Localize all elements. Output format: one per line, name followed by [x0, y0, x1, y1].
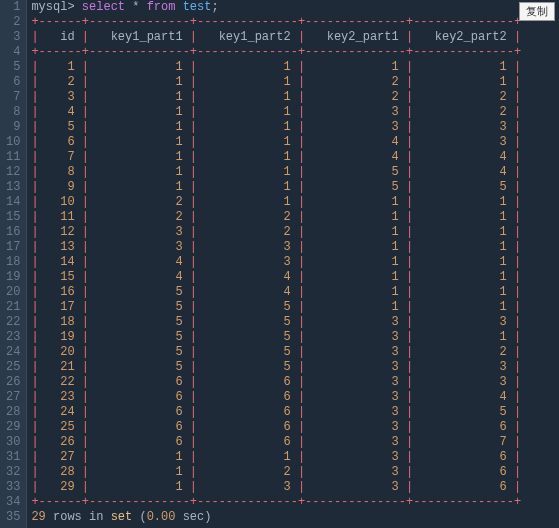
- line-number: 33: [4, 480, 22, 495]
- table-row: | 27 | 1 | 1 | 3 | 6 |: [31, 450, 555, 465]
- table-row: | 28 | 1 | 2 | 3 | 6 |: [31, 465, 555, 480]
- table-row: | 5 | 1 | 1 | 3 | 3 |: [31, 120, 555, 135]
- copy-button[interactable]: 复制: [519, 2, 555, 21]
- sql-query-line: mysql> select * from test;: [31, 0, 555, 15]
- line-number: 8: [4, 105, 22, 120]
- line-number: 9: [4, 120, 22, 135]
- table-header: | id | key1_part1 | key1_part2 | key2_pa…: [31, 30, 555, 45]
- table-row: | 24 | 6 | 6 | 3 | 5 |: [31, 405, 555, 420]
- line-number: 23: [4, 330, 22, 345]
- line-number: 12: [4, 165, 22, 180]
- line-number: 22: [4, 315, 22, 330]
- table-row: | 20 | 5 | 5 | 3 | 2 |: [31, 345, 555, 360]
- line-number: 14: [4, 195, 22, 210]
- line-number: 7: [4, 90, 22, 105]
- line-number: 18: [4, 255, 22, 270]
- line-gutter: 1234567891011121314151617181920212223242…: [0, 0, 27, 528]
- line-number: 35: [4, 510, 22, 525]
- table-row: | 22 | 6 | 6 | 3 | 3 |: [31, 375, 555, 390]
- table-separator: +------+--------------+--------------+--…: [31, 495, 555, 510]
- table-row: | 15 | 4 | 4 | 1 | 1 |: [31, 270, 555, 285]
- line-number: 31: [4, 450, 22, 465]
- line-number: 10: [4, 135, 22, 150]
- table-row: | 23 | 6 | 6 | 3 | 4 |: [31, 390, 555, 405]
- line-number: 3: [4, 30, 22, 45]
- table-row: | 4 | 1 | 1 | 3 | 2 |: [31, 105, 555, 120]
- line-number: 20: [4, 285, 22, 300]
- table-row: | 25 | 6 | 6 | 3 | 6 |: [31, 420, 555, 435]
- table-row: | 26 | 6 | 6 | 3 | 7 |: [31, 435, 555, 450]
- table-row: | 1 | 1 | 1 | 1 | 1 |: [31, 60, 555, 75]
- table-row: | 17 | 5 | 5 | 1 | 1 |: [31, 300, 555, 315]
- table-row: | 8 | 1 | 1 | 5 | 4 |: [31, 165, 555, 180]
- table-row: | 12 | 3 | 2 | 1 | 1 |: [31, 225, 555, 240]
- line-number: 15: [4, 210, 22, 225]
- line-number: 17: [4, 240, 22, 255]
- table-row: | 19 | 5 | 5 | 3 | 1 |: [31, 330, 555, 345]
- line-number: 11: [4, 150, 22, 165]
- line-number: 24: [4, 345, 22, 360]
- result-summary: 29 rows in set (0.00 sec): [31, 510, 555, 525]
- table-row: | 10 | 2 | 1 | 1 | 1 |: [31, 195, 555, 210]
- table-row: | 7 | 1 | 1 | 4 | 4 |: [31, 150, 555, 165]
- table-separator: +------+--------------+--------------+--…: [31, 15, 555, 30]
- line-number: 2: [4, 15, 22, 30]
- table-row: | 6 | 1 | 1 | 4 | 3 |: [31, 135, 555, 150]
- code-block: 1234567891011121314151617181920212223242…: [0, 0, 559, 528]
- line-number: 25: [4, 360, 22, 375]
- line-number: 4: [4, 45, 22, 60]
- line-number: 29: [4, 420, 22, 435]
- line-number: 32: [4, 465, 22, 480]
- table-row: | 18 | 5 | 5 | 3 | 3 |: [31, 315, 555, 330]
- table-row: | 29 | 1 | 3 | 3 | 6 |: [31, 480, 555, 495]
- table-row: | 13 | 3 | 3 | 1 | 1 |: [31, 240, 555, 255]
- line-number: 6: [4, 75, 22, 90]
- table-row: | 16 | 5 | 4 | 1 | 1 |: [31, 285, 555, 300]
- table-row: | 11 | 2 | 2 | 1 | 1 |: [31, 210, 555, 225]
- table-row: | 2 | 1 | 1 | 2 | 1 |: [31, 75, 555, 90]
- line-number: 21: [4, 300, 22, 315]
- line-number: 30: [4, 435, 22, 450]
- line-number: 19: [4, 270, 22, 285]
- table-separator: +------+--------------+--------------+--…: [31, 45, 555, 60]
- table-row: | 14 | 4 | 3 | 1 | 1 |: [31, 255, 555, 270]
- line-number: 26: [4, 375, 22, 390]
- table-row: | 9 | 1 | 1 | 5 | 5 |: [31, 180, 555, 195]
- line-number: 5: [4, 60, 22, 75]
- line-number: 27: [4, 390, 22, 405]
- line-number: 13: [4, 180, 22, 195]
- line-number: 28: [4, 405, 22, 420]
- line-number: 16: [4, 225, 22, 240]
- table-row: | 3 | 1 | 1 | 2 | 2 |: [31, 90, 555, 105]
- code-content: mysql> select * from test;+------+------…: [27, 0, 559, 528]
- table-row: | 21 | 5 | 5 | 3 | 3 |: [31, 360, 555, 375]
- line-number: 1: [4, 0, 22, 15]
- line-number: 34: [4, 495, 22, 510]
